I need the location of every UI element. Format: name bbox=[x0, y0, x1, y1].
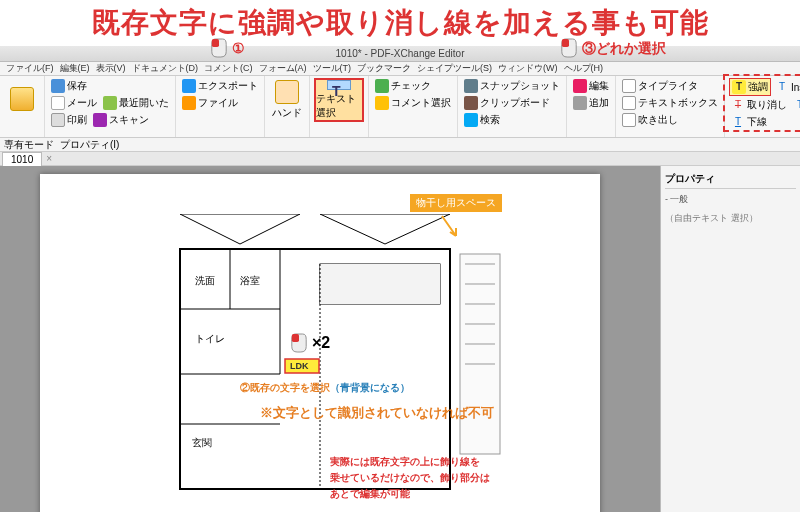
check-button[interactable]: チェック bbox=[373, 78, 433, 94]
textbox-button[interactable]: テキストボックス bbox=[620, 95, 720, 111]
svg-rect-21 bbox=[292, 334, 299, 342]
export-button[interactable]: エクスポート bbox=[180, 78, 260, 94]
document-canvas[interactable]: 物干し用スペース bbox=[0, 166, 660, 512]
text-select-tool-button[interactable]: Tテキスト選択 bbox=[314, 78, 364, 122]
add-button[interactable]: 追加 bbox=[571, 95, 611, 111]
menu-tool[interactable]: ツール(T) bbox=[311, 62, 354, 75]
window-titlebar: 1010* - PDF-XChange Editor bbox=[0, 46, 800, 62]
recent-button[interactable]: 最近開いた bbox=[101, 95, 171, 111]
document-tabs: 1010 × bbox=[0, 152, 800, 166]
scan-button[interactable]: スキャン bbox=[91, 112, 151, 128]
print-button[interactable]: 印刷 bbox=[49, 112, 89, 128]
menu-shape[interactable]: シェイプツール(S) bbox=[415, 62, 494, 75]
open-button[interactable] bbox=[4, 78, 40, 122]
menu-form[interactable]: フォーム(A) bbox=[257, 62, 309, 75]
menu-help[interactable]: ヘルプ(H) bbox=[562, 62, 606, 75]
menu-bar: ファイル(F) 編集(E) 表示(V) ドキュメント(D) コメント(C) フォ… bbox=[0, 62, 800, 76]
arrow-icon bbox=[436, 214, 466, 244]
mouse-cursor-icon bbox=[290, 332, 308, 354]
balcony-tag: 物干し用スペース bbox=[410, 194, 502, 212]
ldk-label: LDK bbox=[290, 361, 309, 371]
callout-number-1: ① bbox=[232, 40, 245, 56]
menu-comment[interactable]: コメント(C) bbox=[202, 62, 255, 75]
menu-file[interactable]: ファイル(F) bbox=[4, 62, 56, 75]
mouse-cursor-icon bbox=[560, 37, 578, 59]
clipboard-button[interactable]: クリップボード bbox=[462, 95, 552, 111]
snapshot-button[interactable]: スナップショット bbox=[462, 78, 562, 94]
callout-box-3 bbox=[723, 74, 800, 132]
svg-rect-0 bbox=[212, 39, 219, 47]
properties-panel: プロパティ - 一般 （自由テキスト 選択） bbox=[660, 166, 800, 512]
instruction-banner: 既存文字に強調や取り消し線を加える事も可能 bbox=[0, 0, 800, 46]
mouse-cursor-icon bbox=[210, 37, 228, 59]
edit-button[interactable]: 編集 bbox=[571, 78, 611, 94]
svg-rect-1 bbox=[562, 39, 569, 47]
close-tab-button[interactable]: × bbox=[42, 153, 56, 164]
menu-edit[interactable]: 編集(E) bbox=[58, 62, 92, 75]
callout-button[interactable]: 吹き出し bbox=[620, 112, 680, 128]
exclusive-mode-button[interactable]: 専有モード bbox=[4, 138, 54, 152]
svg-marker-3 bbox=[320, 214, 450, 244]
hand-tool-button[interactable]: ハンド bbox=[269, 78, 305, 122]
menu-document[interactable]: ドキュメント(D) bbox=[130, 62, 201, 75]
double-click-label: ×2 bbox=[312, 334, 330, 352]
properties-row: （自由テキスト 選択） bbox=[665, 210, 796, 227]
callout-number-3: ③どれか選択 bbox=[582, 40, 666, 58]
properties-section[interactable]: - 一般 bbox=[665, 189, 796, 210]
mail-button[interactable]: メール bbox=[49, 95, 99, 111]
menu-view[interactable]: 表示(V) bbox=[94, 62, 128, 75]
room-label: 玄関 bbox=[192, 436, 212, 450]
typewriter-button[interactable]: タイプライタ bbox=[620, 78, 700, 94]
properties-button[interactable]: プロパティ(I) bbox=[60, 138, 119, 152]
file-button[interactable]: ファイル bbox=[180, 95, 240, 111]
svg-rect-11 bbox=[320, 264, 440, 304]
search-button[interactable]: 検索 bbox=[462, 112, 502, 128]
room-label: トイレ bbox=[195, 332, 225, 346]
room-label: 洗面 bbox=[195, 274, 215, 288]
room-label: 浴室 bbox=[240, 274, 260, 288]
menu-window[interactable]: ウィンドウ(W) bbox=[496, 62, 560, 75]
properties-title: プロパティ bbox=[665, 170, 796, 189]
svg-marker-2 bbox=[180, 214, 300, 244]
save-button[interactable]: 保存 bbox=[49, 78, 89, 94]
ribbon-toolbar: 保存 メール最近開いた 印刷スキャン エクスポート ファイル ハンド Tテキスト… bbox=[0, 76, 800, 138]
annotation-step2: ②既存の文字を選択（青背景になる） bbox=[240, 379, 410, 395]
document-tab[interactable]: 1010 bbox=[2, 152, 42, 166]
annotation-note: ※文字として識別されていなければ不可 bbox=[260, 404, 494, 422]
annotation-explanation: 実際には既存文字の上に飾り線を 乗せているだけなので、飾り部分は あとで編集が可… bbox=[330, 454, 490, 502]
page: 物干し用スペース bbox=[40, 174, 600, 512]
menu-bookmark[interactable]: ブックマーク bbox=[355, 62, 413, 75]
comment-select-button[interactable]: コメント選択 bbox=[373, 95, 453, 111]
secondary-toolbar: 専有モード プロパティ(I) bbox=[0, 138, 800, 152]
